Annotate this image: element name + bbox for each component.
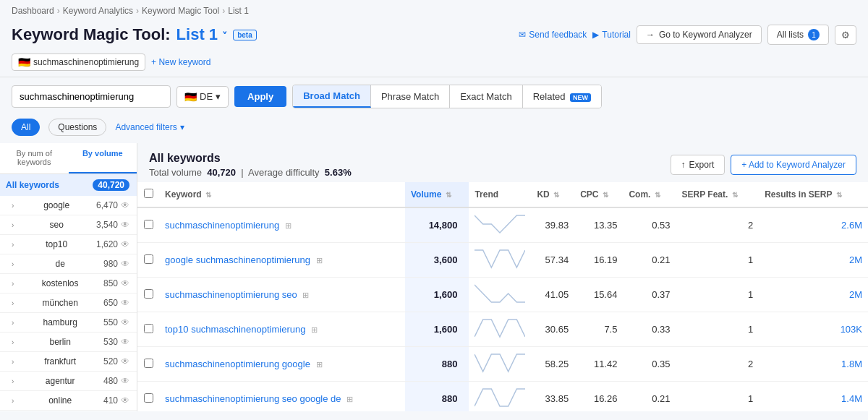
tab-by-num-keywords[interactable]: By num of keywords [0, 143, 69, 173]
th-results-in-serp[interactable]: Results in SERP ⇅ [759, 182, 868, 207]
exact-match-button[interactable]: Exact Match [450, 85, 523, 108]
list-dropdown-arrow[interactable]: ˅ [222, 30, 227, 42]
th-cpc[interactable]: CPC ⇅ [574, 182, 623, 207]
th-volume[interactable]: Volume ⇅ [405, 182, 469, 207]
row-checkbox-cell[interactable] [137, 382, 159, 412]
row-checkbox-cell[interactable] [137, 312, 159, 347]
row-checkbox[interactable] [144, 220, 153, 229]
go-to-analyzer-label: Go to Keyword Analyzer [659, 30, 752, 40]
related-button[interactable]: Related NEW [523, 85, 601, 108]
sidebar-item[interactable]: › de 980 👁 [0, 254, 137, 274]
breadcrumb-dashboard[interactable]: Dashboard [12, 6, 54, 16]
eye-icon[interactable]: 👁 [121, 395, 129, 406]
tutorial-button[interactable]: ▶ Tutorial [592, 30, 631, 40]
keyword-cell[interactable]: google suchmaschinenoptimierung ⊞ [159, 243, 405, 278]
volume-cell: 880 [405, 347, 469, 382]
intent-icon[interactable]: ⊞ [285, 221, 292, 230]
advanced-filters-button[interactable]: Advanced filters ▾ [115, 122, 184, 132]
row-checkbox[interactable] [144, 289, 153, 299]
sidebar-item-name: online [48, 395, 72, 406]
keyword-cell[interactable]: top10 suchmaschinenoptimierung ⊞ [159, 312, 405, 347]
apply-button[interactable]: Apply [234, 86, 286, 107]
sidebar-item[interactable]: › top10 1,620 👁 [0, 235, 137, 254]
th-serp-feat[interactable]: SERP Feat. ⇅ [676, 182, 760, 207]
eye-icon[interactable]: 👁 [121, 220, 129, 230]
export-button[interactable]: ↑ Export [671, 155, 726, 175]
row-checkbox-cell[interactable] [137, 243, 159, 278]
intent-icon[interactable]: ⊞ [311, 325, 318, 334]
row-checkbox[interactable] [144, 359, 153, 368]
search-input[interactable] [12, 85, 171, 108]
th-keyword[interactable]: Keyword ⇅ [159, 182, 405, 207]
tab-by-volume[interactable]: By volume [69, 143, 137, 173]
sidebar-item-count: 520 [103, 356, 118, 367]
eye-icon[interactable]: 👁 [121, 317, 129, 327]
keyword-tag[interactable]: 🇩🇪 suchmaschinenoptimierung [12, 53, 145, 71]
volume-cell: 14,800 [405, 207, 469, 243]
sidebar-item[interactable]: › münchen 650 👁 [0, 293, 137, 313]
sidebar-item-count: 1,620 [96, 239, 118, 249]
breadcrumb-keyword-magic-tool[interactable]: Keyword Magic Tool [142, 6, 219, 16]
row-checkbox[interactable] [144, 393, 153, 403]
row-checkbox-cell[interactable] [137, 347, 159, 382]
add-to-keyword-analyzer-button[interactable]: + Add to Keyword Analyzer [731, 155, 856, 175]
table-row: google suchmaschinenoptimierung ⊞ 3,600 … [137, 243, 868, 278]
row-checkbox-cell[interactable] [137, 278, 159, 312]
row-checkbox-cell[interactable] [137, 207, 159, 243]
keyword-cell[interactable]: suchmaschinenoptimierung seo google de ⊞ [159, 382, 405, 412]
settings-button[interactable]: ⚙ [835, 25, 856, 45]
sidebar-item[interactable]: › google 6,470 👁 [0, 196, 137, 215]
intent-icon[interactable]: ⊞ [316, 256, 323, 265]
th-kd[interactable]: KD ⇅ [531, 182, 574, 207]
cpc-cell: 11.42 [574, 347, 623, 382]
sidebar-item[interactable]: › berlin 530 👁 [0, 333, 137, 352]
intent-icon[interactable]: ⊞ [302, 291, 309, 299]
breadcrumb-keyword-analytics[interactable]: Keyword Analytics [63, 6, 133, 16]
keyword-cell[interactable]: suchmaschinenoptimierung seo ⊞ [159, 278, 405, 312]
th-com[interactable]: Com. ⇅ [623, 182, 676, 207]
trend-sparkline [475, 318, 525, 338]
sidebar-item[interactable]: › agentur 480 👁 [0, 372, 137, 391]
all-filter-button[interactable]: All [12, 119, 40, 136]
gear-icon: ⚙ [841, 30, 850, 40]
sidebar-item[interactable]: › beratung 400 👁 [0, 411, 137, 411]
intent-icon[interactable]: ⊞ [316, 360, 323, 369]
sidebar-item[interactable]: › hamburg 550 👁 [0, 313, 137, 333]
results-in-serp-cell: 2M [759, 278, 868, 312]
chevron-right-icon: › [12, 377, 14, 385]
eye-icon[interactable]: 👁 [121, 376, 129, 386]
row-checkbox[interactable] [144, 324, 153, 333]
sidebar-item[interactable]: › seo 3,540 👁 [0, 215, 137, 235]
eye-icon[interactable]: 👁 [121, 337, 129, 347]
sidebar-item[interactable]: › online 410 👁 [0, 391, 137, 411]
eye-icon[interactable]: 👁 [121, 239, 129, 249]
broad-match-button[interactable]: Broad Match [293, 85, 371, 108]
eye-icon[interactable]: 👁 [121, 298, 129, 308]
row-checkbox[interactable] [144, 254, 153, 264]
go-to-keyword-analyzer-button[interactable]: → Go to Keyword Analyzer [637, 25, 762, 44]
add-keyword-button[interactable]: + New keyword [151, 57, 210, 67]
th-trend: Trend [469, 182, 531, 207]
serp-feat-cell: 2 [676, 347, 760, 382]
eye-icon[interactable]: 👁 [121, 200, 129, 210]
language-select[interactable]: 🇩🇪 DE ▾ [176, 86, 229, 108]
eye-icon[interactable]: 👁 [121, 356, 129, 367]
all-lists-button[interactable]: All lists 1 [767, 25, 829, 45]
all-keywords-row[interactable]: All keywords 40,720 [0, 174, 137, 196]
related-label: Related [533, 91, 566, 102]
eye-icon[interactable]: 👁 [121, 278, 129, 288]
main-content: By num of keywords By volume All keyword… [0, 143, 868, 411]
sidebar-item[interactable]: › frankfurt 520 👁 [0, 352, 137, 372]
trend-cell [469, 207, 531, 243]
eye-icon[interactable]: 👁 [121, 259, 129, 269]
sidebar-item[interactable]: › kostenlos 850 👁 [0, 274, 137, 293]
phrase-match-button[interactable]: Phrase Match [371, 85, 450, 108]
chevron-right-icon: › [12, 202, 14, 210]
send-feedback-button[interactable]: ✉ Send feedback [519, 30, 587, 40]
keyword-cell[interactable]: suchmaschinenoptimierung google ⊞ [159, 347, 405, 382]
select-all-checkbox[interactable] [144, 189, 153, 198]
intent-icon[interactable]: ⊞ [346, 395, 353, 403]
keyword-cell[interactable]: suchmaschinenoptimierung ⊞ [159, 207, 405, 243]
questions-filter-button[interactable]: Questions [48, 119, 106, 136]
cpc-cell: 13.35 [574, 207, 623, 243]
